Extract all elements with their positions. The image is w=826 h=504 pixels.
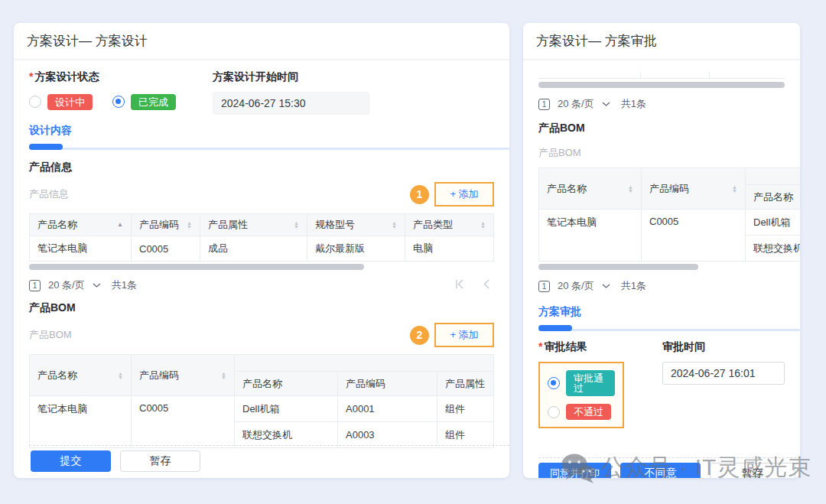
tab-active-indicator (538, 325, 572, 331)
approval-option-pass[interactable]: 审批通过 (548, 370, 615, 396)
scrollbar-thumb[interactable] (538, 82, 785, 88)
horizontal-scrollbar[interactable] (538, 264, 785, 270)
bom-section-sublabel: 产品BOM (538, 146, 785, 160)
submit-button[interactable]: 提交 (31, 450, 111, 472)
add-product-button[interactable]: + 添加 (434, 182, 494, 206)
scrollbar-thumb[interactable] (538, 264, 698, 270)
sort-icon[interactable]: ▲▼ (221, 372, 226, 379)
design-status-options: 设计中 已完成 (29, 92, 213, 112)
sort-icon[interactable]: ▲▼ (118, 372, 123, 379)
sort-icon[interactable]: ▲▼ (294, 221, 299, 229)
sort-icon[interactable]: ▲▼ (392, 221, 397, 229)
product-info-header-row: 产品名称▲ 产品编码▲▼ 产品属性▲▼ 规格型号▲▼ 产品类型▲▼ (30, 214, 494, 236)
page-size-select[interactable]: 20 条/页 (558, 97, 594, 111)
approval-result-options: 审批通过 不通过 (538, 362, 624, 428)
required-mark: * (538, 340, 542, 353)
agree-print-button[interactable]: 同意并打印 (538, 463, 611, 478)
approval-time-input[interactable]: 2024-06-27 16:01 (662, 362, 785, 385)
tab-indicator-track (538, 325, 785, 331)
chevron-down-icon[interactable] (602, 284, 610, 289)
step-annotation-2: 2 (410, 326, 429, 345)
pagination-top: 1 20 条/页 共1条 (538, 96, 785, 112)
radio-unchecked-icon[interactable] (548, 406, 560, 418)
sort-icon[interactable]: ▲▼ (187, 221, 192, 229)
column-header-spec[interactable]: 规格型号▲▼ (307, 214, 405, 236)
inner-cell: Dell机箱 (746, 210, 800, 236)
tab-active-indicator (29, 144, 63, 150)
approval-time-field: 审批时间 2024-06-27 16:01 (662, 340, 785, 428)
approval-panel-body: 1 20 条/页 共1条 产品BOM 产品BOM 产品名称▲▼ 笔记本电脑 产品… (523, 72, 800, 478)
tab-indicator-track (29, 144, 494, 150)
current-page-icon: 1 (538, 281, 550, 292)
bom-header-code[interactable]: 产品编码▲▼ (642, 168, 746, 210)
column-header-name[interactable]: 产品名称▲ (30, 214, 132, 236)
status-option-designing[interactable]: 设计中 (29, 94, 93, 110)
inner-cell: A0001 (338, 396, 437, 422)
column-header-attr[interactable]: 产品属性▲▼ (200, 214, 307, 236)
bom-inner-table: 产品名称 Dell机箱 联想交换机 (746, 168, 800, 262)
approval-time-label: 审批时间 (662, 340, 785, 354)
bom-outer-col-name: 产品名称▲▼ 笔记本电脑 (30, 355, 132, 448)
bom-header-name[interactable]: 产品名称▲▼ (30, 355, 132, 396)
add-bom-button[interactable]: + 添加 (434, 323, 494, 347)
bom-header-code[interactable]: 产品编码▲▼ (132, 355, 235, 396)
sort-ascending-icon[interactable]: ▲ (117, 222, 123, 228)
column-header-type[interactable]: 产品类型▲▼ (405, 214, 494, 236)
draft-button[interactable]: 暂存 (120, 450, 200, 472)
pagination-bottom: 1 20 条/页 共1条 (538, 278, 785, 294)
bom-header-name[interactable]: 产品名称▲▼ (539, 168, 642, 210)
bom-cell-code: C0005 (642, 210, 746, 262)
divider (29, 445, 509, 446)
product-info-toolbar: 产品信息 1 + 添加 (29, 181, 494, 207)
design-panel-title: 方案设计— 方案设计 (27, 32, 148, 50)
horizontal-scrollbar[interactable] (29, 264, 494, 270)
first-page-icon[interactable] (454, 279, 464, 291)
radio-checked-icon[interactable] (112, 96, 125, 108)
radio-checked-icon[interactable] (548, 377, 560, 389)
bom-inner-header-row: 产品名称 (746, 185, 800, 210)
bom-inner-row[interactable]: Dell机箱 (746, 210, 800, 236)
tab-approval[interactable]: 方案审批 (538, 305, 785, 319)
cell-product-name: 笔记本电脑 (30, 236, 132, 262)
bom-outer-col-code: 产品编码▲▼ C0005 (642, 168, 746, 262)
status-badge-finished: 已完成 (131, 94, 176, 110)
sort-icon[interactable]: ▲▼ (480, 221, 486, 229)
cell-product-attr: 成品 (200, 236, 307, 262)
page-size-select[interactable]: 20 条/页 (558, 279, 594, 293)
chevron-down-icon[interactable] (602, 102, 610, 107)
bom-cell-code: C0005 (132, 396, 235, 448)
prev-page-icon[interactable] (483, 279, 489, 291)
product-info-row[interactable]: 笔记本电脑 C0005 成品 戴尔最新版 电脑 (30, 236, 494, 262)
inner-cell: 联想交换机 (746, 236, 800, 262)
bom-cell-name: 笔记本电脑 (539, 210, 642, 262)
inner-cell: 联想交换机 (235, 422, 338, 448)
status-option-finished[interactable]: 已完成 (112, 94, 176, 110)
scrollbar-thumb[interactable] (29, 264, 364, 270)
design-footer: 提交 暂存 (31, 450, 200, 472)
tab-design-content[interactable]: 设计内容 (29, 124, 494, 138)
product-bom-title: 产品BOM (29, 301, 494, 315)
disagree-button[interactable]: 不同意 (620, 463, 701, 478)
truncated-table-fragment (538, 72, 785, 79)
approval-panel: 方案设计— 方案审批 1 20 条/页 共1条 产品BOM 产品BOM 产品名称… (523, 23, 800, 478)
chevron-down-icon[interactable] (93, 283, 101, 288)
inner-cell: 组件 (437, 422, 493, 448)
radio-unchecked-icon[interactable] (29, 96, 41, 108)
bom-inner-row[interactable]: 联想交换机 (746, 236, 800, 262)
page: 方案设计— 方案设计 *方案设计状态 设计中 已完成 (0, 0, 826, 504)
tab-indicator-line (538, 329, 800, 331)
approval-option-reject[interactable]: 不通过 (548, 404, 615, 420)
bom-inner-row[interactable]: 联想交换机 A0003 组件 (235, 422, 493, 448)
sort-icon[interactable]: ▲▼ (732, 185, 737, 193)
bom-inner-row[interactable]: Dell机箱 A0001 组件 (235, 396, 493, 422)
design-start-time-input[interactable]: 2024-06-27 15:30 (213, 92, 369, 115)
draft-button[interactable]: 暂存 (710, 463, 795, 478)
horizontal-scrollbar[interactable] (538, 82, 785, 88)
sort-icon[interactable]: ▲▼ (628, 185, 633, 193)
approval-result-field: *审批结果 审批通过 不通过 (538, 340, 662, 428)
bom-inner-header-strip (235, 355, 493, 372)
product-bom-table: 产品名称▲▼ 笔记本电脑 产品编码▲▼ C0005 产品名称 产品编码 产品属性… (29, 354, 494, 448)
page-size-select[interactable]: 20 条/页 (48, 278, 85, 292)
column-header-code[interactable]: 产品编码▲▼ (132, 214, 200, 236)
design-panel-header: 方案设计— 方案设计 (14, 23, 509, 60)
